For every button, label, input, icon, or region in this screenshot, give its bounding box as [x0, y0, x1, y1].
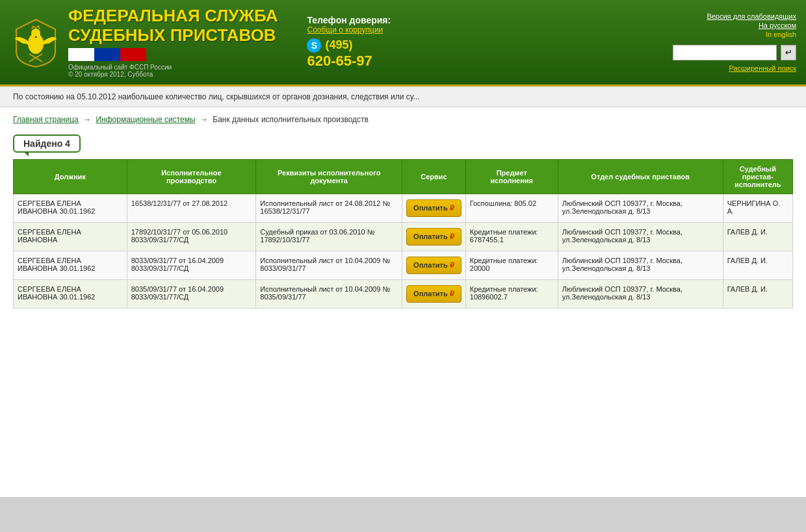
official-site-label: Официальный сайт ФССП России © 20 октябр… [68, 64, 278, 78]
pay-ruble-3: ₽ [450, 261, 454, 269]
site-title: ФЕДЕРАЛЬНАЯ СЛУЖБА СУДЕБНЫХ ПРИСТАВОВ [68, 6, 278, 45]
col-header-debtor: Должник [14, 159, 127, 194]
header-center: Телефон доверия: Сообщи о коррупции S (4… [287, 15, 656, 70]
search-input[interactable] [673, 45, 777, 60]
cell-executor-4: ГАЛЕВ Д. И. [723, 279, 792, 308]
cell-production-4: 8035/09/31/77 от 16.04.2009 8033/09/31/7… [127, 279, 256, 308]
logo-area: ФЕДЕРАЛЬНАЯ СЛУЖБА СУДЕБНЫХ ПРИСТАВОВ Оф… [10, 6, 278, 78]
phone-number: 620-65-97 [307, 53, 656, 70]
pay-button-1[interactable]: Оплатить ₽ [406, 199, 462, 217]
cell-department-2: Люблинский ОСП 109377, г. Москва, ул.Зел… [558, 222, 723, 251]
skype-phone-area: S (495) [307, 38, 656, 53]
lang-russian-link[interactable]: На русском [759, 21, 796, 29]
pay-button-3[interactable]: Оплатить ₽ [406, 257, 462, 274]
breadcrumb-arrow-1: → [83, 115, 91, 124]
pay-ruble-4: ₽ [450, 290, 454, 298]
cell-executor-1: ЧЕРНИГИНА О. А. [723, 194, 792, 222]
breadcrumb: Главная страница → Информационные систем… [0, 107, 806, 128]
breadcrumb-home[interactable]: Главная страница [13, 115, 79, 124]
table-row: СЕРГЕЕВА ЕЛЕНА ИВАНОВНА 30.01.1962 8033/… [14, 251, 793, 279]
pay-label-2: Оплатить [413, 233, 448, 240]
pay-button-4[interactable]: Оплатить ₽ [406, 285, 462, 303]
cell-document-3: Исполнительный лист от 10.04.2009 № 8033… [256, 251, 402, 279]
results-label: Найдено 4 [23, 138, 70, 149]
cell-production-1: 16538/12/31/77 от 27.08.2012 [127, 194, 256, 222]
cell-subject-1: Госпошлина: 805.02 [465, 194, 558, 222]
pay-button-2[interactable]: Оплатить ₽ [406, 228, 462, 246]
col-header-production: Исполнительноепроизводство [127, 159, 256, 194]
cell-subject-2: Кредитные платежи: 6787455.1 [465, 222, 558, 251]
phone-trust-label: Телефон доверия: [307, 15, 656, 25]
cell-service-1: Оплатить ₽ [402, 194, 466, 222]
site-header: ФЕДЕРАЛЬНАЯ СЛУЖБА СУДЕБНЫХ ПРИСТАВОВ Оф… [0, 0, 806, 86]
title-block: ФЕДЕРАЛЬНАЯ СЛУЖБА СУДЕБНЫХ ПРИСТАВОВ Оф… [68, 6, 278, 78]
search-area: ↵ [673, 45, 796, 60]
results-badge-area: Найдено 4 [0, 128, 806, 159]
phone-corruption-link[interactable]: Сообщи о коррупции [307, 25, 656, 34]
pay-label-1: Оплатить [413, 204, 448, 212]
lang-version-link[interactable]: Версия для слабовидящих [707, 12, 796, 20]
table-header: Должник Исполнительноепроизводство Рекви… [14, 159, 793, 194]
col-header-department: Отдел судебных приставов [558, 159, 723, 194]
table-row: СЕРГЕЕВА ЕЛЕНА ИВАНОВНА 30.01.1962 16538… [14, 194, 793, 222]
cell-service-2: Оплатить ₽ [402, 222, 466, 251]
cell-subject-4: Кредитные платежи: 10896002.7 [465, 279, 558, 308]
ticker-bar: По состоянию на 05.10.2012 наибольшее ко… [0, 86, 806, 107]
cell-production-3: 8033/09/31/77 от 16.04.2009 8033/09/31/7… [127, 251, 256, 279]
cell-debtor-3: СЕРГЕЕВА ЕЛЕНА ИВАНОВНА 30.01.1962 [14, 251, 127, 279]
table-body: СЕРГЕЕВА ЕЛЕНА ИВАНОВНА 30.01.1962 16538… [14, 194, 793, 308]
cell-document-1: Исполнительный лист от 24.08.2012 № 1653… [256, 194, 402, 222]
table-row: СЕРГЕЕВА ЕЛЕНА ИВАНОВНА 30.01.1962 8035/… [14, 279, 793, 308]
cell-debtor-2: СЕРГЕЕВА ЕЛЕНА ИВАНОВНА [14, 222, 127, 251]
phone-skype: (495) [325, 38, 352, 51]
cell-production-2: 17892/10/31/77 от 05.06.2010 8033/09/31/… [127, 222, 256, 251]
cell-debtor-4: СЕРГЕЕВА ЕЛЕНА ИВАНОВНА 30.01.1962 [14, 279, 127, 308]
cell-debtor-1: СЕРГЕЕВА ЕЛЕНА ИВАНОВНА 30.01.1962 [14, 194, 127, 222]
cell-subject-3: Кредитные платежи: 20000 [465, 251, 558, 279]
skype-icon: S [307, 38, 321, 53]
breadcrumb-arrow-2: → [200, 115, 208, 124]
cell-service-3: Оплатить ₽ [402, 251, 466, 279]
pay-ruble-1: ₽ [450, 204, 454, 212]
advanced-search-link[interactable]: Расширенный поиск [729, 64, 796, 72]
header-right: Версия для слабовидящих На русском In en… [666, 12, 796, 72]
cell-department-3: Люблинский ОСП 109377, г. Москва, ул.Зел… [558, 251, 723, 279]
ticker-text: По состоянию на 05.10.2012 наибольшее ко… [13, 92, 419, 101]
col-header-subject: Предметисполнения [465, 159, 558, 194]
pay-ruble-2: ₽ [450, 233, 454, 240]
search-submit-button[interactable]: ↵ [781, 45, 796, 60]
russian-flag [68, 48, 146, 61]
cell-executor-3: ГАЛЕВ Д. И. [723, 251, 792, 279]
col-header-executor: Судебный пристав-исполнитель [723, 159, 792, 194]
cell-document-4: Исполнительный лист от 10.04.2009 № 8035… [256, 279, 402, 308]
lang-english-link[interactable]: In english [766, 31, 796, 38]
cell-department-4: Люблинский ОСП 109377, г. Москва, ул.Зел… [558, 279, 723, 308]
pay-label-4: Оплатить [413, 290, 448, 298]
table-row: СЕРГЕЕВА ЕЛЕНА ИВАНОВНА 17892/10/31/77 о… [14, 222, 793, 251]
lang-links: Версия для слабовидящих На русском In en… [707, 12, 796, 38]
table-area: Должник Исполнительноепроизводство Рекви… [0, 159, 806, 322]
emblem-icon [10, 16, 62, 68]
cell-service-4: Оплатить ₽ [402, 279, 466, 308]
cell-executor-2: ГАЛЕВ Д. И. [723, 222, 792, 251]
col-header-document: Реквизиты исполнительногодокумента [256, 159, 402, 194]
main-content: Главная страница → Информационные систем… [0, 107, 806, 497]
col-header-service: Сервис [402, 159, 466, 194]
cell-document-2: Судебный приказ от 03.06.2010 № 17892/10… [256, 222, 402, 251]
cell-department-1: Люблинский ОСП 109377, г. Москва, ул.Зел… [558, 194, 723, 222]
results-badge: Найдено 4 [13, 134, 81, 153]
breadcrumb-systems[interactable]: Информационные системы [96, 115, 195, 124]
breadcrumb-current: Банк данных исполнительных производств [213, 115, 369, 124]
results-table: Должник Исполнительноепроизводство Рекви… [13, 159, 793, 309]
pay-label-3: Оплатить [413, 261, 448, 269]
